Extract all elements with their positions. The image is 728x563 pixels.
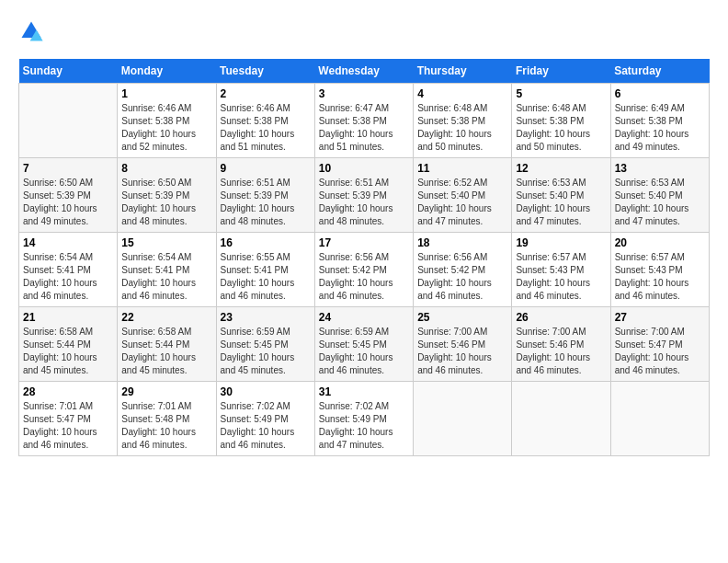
- calendar-week-3: 14Sunrise: 6:54 AMSunset: 5:41 PMDayligh…: [19, 233, 710, 307]
- day-number: 1: [121, 87, 211, 100]
- calendar-cell: 3Sunrise: 6:47 AMSunset: 5:38 PMDaylight…: [314, 84, 413, 158]
- calendar-cell: 27Sunrise: 7:00 AMSunset: 5:47 PMDayligh…: [610, 307, 709, 382]
- calendar-cell: 19Sunrise: 6:57 AMSunset: 5:43 PMDayligh…: [512, 233, 610, 307]
- cell-info: Sunrise: 6:55 AMSunset: 5:41 PMDaylight:…: [221, 251, 311, 303]
- cell-info: Sunrise: 6:53 AMSunset: 5:40 PMDaylight:…: [615, 177, 705, 228]
- cell-info: Sunrise: 6:47 AMSunset: 5:38 PMDaylight:…: [319, 102, 409, 154]
- header-sunday: Sunday: [19, 59, 118, 84]
- day-number: 12: [516, 162, 606, 175]
- day-number: 24: [319, 311, 409, 324]
- header-thursday: Thursday: [414, 59, 512, 84]
- day-number: 31: [319, 385, 409, 398]
- calendar-cell: 14Sunrise: 6:54 AMSunset: 5:41 PMDayligh…: [19, 233, 118, 307]
- calendar-cell: 21Sunrise: 6:58 AMSunset: 5:44 PMDayligh…: [19, 307, 118, 382]
- cell-info: Sunrise: 6:57 AMSunset: 5:43 PMDaylight:…: [615, 251, 705, 303]
- calendar-week-2: 7Sunrise: 6:50 AMSunset: 5:39 PMDaylight…: [19, 158, 710, 233]
- day-number: 5: [516, 87, 606, 100]
- cell-info: Sunrise: 6:56 AMSunset: 5:42 PMDaylight:…: [417, 251, 507, 303]
- calendar-cell: 30Sunrise: 7:02 AMSunset: 5:49 PMDayligh…: [216, 382, 314, 456]
- day-number: 9: [221, 162, 311, 175]
- cell-info: Sunrise: 6:50 AMSunset: 5:39 PMDaylight:…: [23, 177, 113, 228]
- cell-info: Sunrise: 6:56 AMSunset: 5:42 PMDaylight:…: [319, 251, 409, 303]
- calendar-cell: 1Sunrise: 6:46 AMSunset: 5:38 PMDaylight…: [118, 84, 216, 158]
- calendar-cell: 20Sunrise: 6:57 AMSunset: 5:43 PMDayligh…: [610, 233, 709, 307]
- day-number: 20: [615, 236, 705, 249]
- calendar-cell: [19, 84, 118, 158]
- cell-info: Sunrise: 6:54 AMSunset: 5:41 PMDaylight:…: [23, 251, 113, 303]
- cell-info: Sunrise: 6:51 AMSunset: 5:39 PMDaylight:…: [221, 177, 311, 228]
- calendar: SundayMondayTuesdayWednesdayThursdayFrid…: [18, 59, 710, 456]
- calendar-cell: 6Sunrise: 6:49 AMSunset: 5:38 PMDaylight…: [610, 84, 709, 158]
- day-number: 18: [417, 236, 507, 249]
- day-number: 27: [615, 311, 705, 324]
- day-number: 21: [23, 311, 113, 324]
- calendar-cell: 23Sunrise: 6:59 AMSunset: 5:45 PMDayligh…: [216, 307, 314, 382]
- calendar-cell: 11Sunrise: 6:52 AMSunset: 5:40 PMDayligh…: [414, 158, 512, 233]
- header-tuesday: Tuesday: [216, 59, 314, 84]
- calendar-cell: 25Sunrise: 7:00 AMSunset: 5:46 PMDayligh…: [414, 307, 512, 382]
- cell-info: Sunrise: 6:53 AMSunset: 5:40 PMDaylight:…: [516, 177, 606, 228]
- day-number: 6: [615, 87, 705, 100]
- cell-info: Sunrise: 6:48 AMSunset: 5:38 PMDaylight:…: [417, 102, 507, 154]
- calendar-week-1: 1Sunrise: 6:46 AMSunset: 5:38 PMDaylight…: [19, 84, 710, 158]
- day-number: 2: [221, 87, 311, 100]
- cell-info: Sunrise: 6:54 AMSunset: 5:41 PMDaylight:…: [121, 251, 211, 303]
- cell-info: Sunrise: 6:50 AMSunset: 5:39 PMDaylight:…: [121, 177, 211, 228]
- cell-info: Sunrise: 7:02 AMSunset: 5:49 PMDaylight:…: [319, 400, 409, 452]
- calendar-cell: 16Sunrise: 6:55 AMSunset: 5:41 PMDayligh…: [216, 233, 314, 307]
- day-number: 23: [221, 311, 311, 324]
- calendar-cell: [610, 382, 709, 456]
- cell-info: Sunrise: 7:02 AMSunset: 5:49 PMDaylight:…: [221, 400, 311, 452]
- header-wednesday: Wednesday: [314, 59, 413, 84]
- calendar-week-5: 28Sunrise: 7:01 AMSunset: 5:47 PMDayligh…: [19, 382, 710, 456]
- calendar-cell: 5Sunrise: 6:48 AMSunset: 5:38 PMDaylight…: [512, 84, 610, 158]
- header-friday: Friday: [512, 59, 610, 84]
- calendar-cell: [414, 382, 512, 456]
- day-number: 28: [23, 385, 113, 398]
- day-number: 10: [319, 162, 409, 175]
- cell-info: Sunrise: 7:00 AMSunset: 5:47 PMDaylight:…: [615, 326, 705, 377]
- cell-info: Sunrise: 6:59 AMSunset: 5:45 PMDaylight:…: [319, 326, 409, 377]
- calendar-cell: 24Sunrise: 6:59 AMSunset: 5:45 PMDayligh…: [314, 307, 413, 382]
- cell-info: Sunrise: 6:48 AMSunset: 5:38 PMDaylight:…: [516, 102, 606, 154]
- calendar-cell: [512, 382, 610, 456]
- day-number: 4: [417, 87, 507, 100]
- cell-info: Sunrise: 6:59 AMSunset: 5:45 PMDaylight:…: [221, 326, 311, 377]
- calendar-header-row: SundayMondayTuesdayWednesdayThursdayFrid…: [19, 59, 710, 84]
- header-saturday: Saturday: [610, 59, 709, 84]
- day-number: 30: [221, 385, 311, 398]
- logo-icon: [18, 18, 44, 44]
- cell-info: Sunrise: 7:01 AMSunset: 5:47 PMDaylight:…: [23, 400, 113, 452]
- calendar-week-4: 21Sunrise: 6:58 AMSunset: 5:44 PMDayligh…: [19, 307, 710, 382]
- cell-info: Sunrise: 6:52 AMSunset: 5:40 PMDaylight:…: [417, 177, 507, 228]
- day-number: 29: [121, 385, 211, 398]
- logo: [18, 18, 48, 44]
- day-number: 22: [121, 311, 211, 324]
- day-number: 14: [23, 236, 113, 249]
- day-number: 13: [615, 162, 705, 175]
- calendar-cell: 9Sunrise: 6:51 AMSunset: 5:39 PMDaylight…: [216, 158, 314, 233]
- cell-info: Sunrise: 7:01 AMSunset: 5:48 PMDaylight:…: [121, 400, 211, 452]
- calendar-cell: 7Sunrise: 6:50 AMSunset: 5:39 PMDaylight…: [19, 158, 118, 233]
- cell-info: Sunrise: 6:46 AMSunset: 5:38 PMDaylight:…: [121, 102, 211, 154]
- day-number: 26: [516, 311, 606, 324]
- cell-info: Sunrise: 6:46 AMSunset: 5:38 PMDaylight:…: [221, 102, 311, 154]
- calendar-cell: 4Sunrise: 6:48 AMSunset: 5:38 PMDaylight…: [414, 84, 512, 158]
- cell-info: Sunrise: 6:57 AMSunset: 5:43 PMDaylight:…: [516, 251, 606, 303]
- cell-info: Sunrise: 6:58 AMSunset: 5:44 PMDaylight:…: [121, 326, 211, 377]
- calendar-cell: 10Sunrise: 6:51 AMSunset: 5:39 PMDayligh…: [314, 158, 413, 233]
- calendar-cell: 15Sunrise: 6:54 AMSunset: 5:41 PMDayligh…: [118, 233, 216, 307]
- calendar-cell: 2Sunrise: 6:46 AMSunset: 5:38 PMDaylight…: [216, 84, 314, 158]
- day-number: 25: [417, 311, 507, 324]
- day-number: 15: [121, 236, 211, 249]
- cell-info: Sunrise: 6:49 AMSunset: 5:38 PMDaylight:…: [615, 102, 705, 154]
- cell-info: Sunrise: 6:51 AMSunset: 5:39 PMDaylight:…: [319, 177, 409, 228]
- cell-info: Sunrise: 7:00 AMSunset: 5:46 PMDaylight:…: [516, 326, 606, 377]
- day-number: 3: [319, 87, 409, 100]
- day-number: 19: [516, 236, 606, 249]
- calendar-cell: 18Sunrise: 6:56 AMSunset: 5:42 PMDayligh…: [414, 233, 512, 307]
- calendar-cell: 13Sunrise: 6:53 AMSunset: 5:40 PMDayligh…: [610, 158, 709, 233]
- calendar-cell: 31Sunrise: 7:02 AMSunset: 5:49 PMDayligh…: [314, 382, 413, 456]
- day-number: 17: [319, 236, 409, 249]
- header-monday: Monday: [118, 59, 216, 84]
